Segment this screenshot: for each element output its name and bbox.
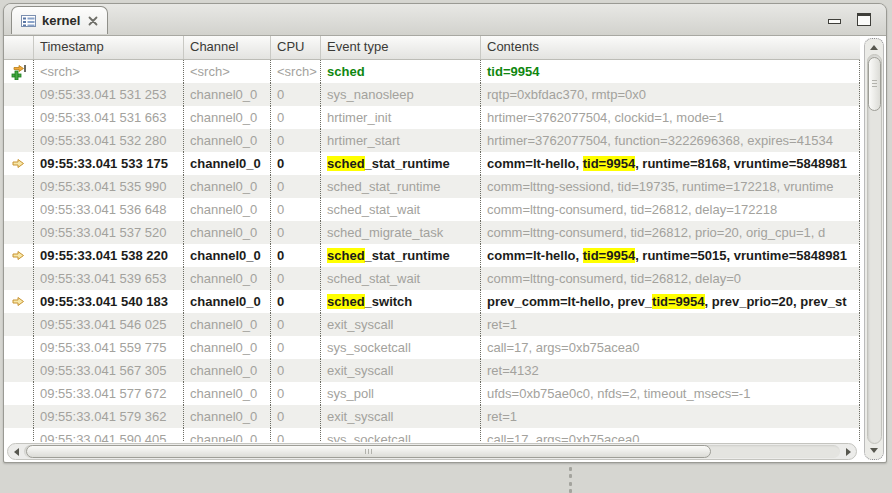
header-contents[interactable]: Contents: [481, 36, 860, 59]
tab-close-button[interactable]: [88, 16, 98, 26]
event-type-cell[interactable]: sched_stat_wait: [321, 198, 481, 221]
contents-cell[interactable]: comm=lttng-consumerd, tid=26812, delay=0: [481, 267, 860, 290]
table-row[interactable]: 09:55:33.041 540 183 channel0_0 0 sched_…: [4, 290, 860, 313]
channel-cell[interactable]: channel0_0: [184, 313, 271, 336]
timestamp-cell[interactable]: 09:55:33.041 590 405: [34, 428, 184, 442]
cpu-cell[interactable]: 0: [271, 152, 321, 175]
table-row[interactable]: 09:55:33.041 559 775 channel0_0 0 sys_so…: [4, 336, 860, 359]
timestamp-cell[interactable]: 09:55:33.041 567 305: [34, 359, 184, 382]
event-type-cell[interactable]: hrtimer_init: [321, 106, 481, 129]
scroll-left-button[interactable]: [8, 445, 24, 458]
cpu-cell[interactable]: 0: [271, 290, 321, 313]
table-row[interactable]: 09:55:33.041 531 253 channel0_0 0 sys_na…: [4, 83, 860, 106]
filter-row[interactable]: <srch> <srch> <srch> sched tid=9954: [4, 60, 860, 83]
scroll-up-button[interactable]: [866, 41, 882, 54]
vertical-scrollbar[interactable]: [864, 38, 884, 460]
table-row[interactable]: 09:55:33.041 537 520 channel0_0 0 sched_…: [4, 221, 860, 244]
table-row[interactable]: 09:55:33.041 531 663 channel0_0 0 hrtime…: [4, 106, 860, 129]
event-type-cell[interactable]: sys_socketcall: [321, 428, 481, 442]
event-type-cell[interactable]: sched_stat_runtime: [321, 175, 481, 198]
contents-cell[interactable]: hrtimer=3762077504, function=3222696368,…: [481, 129, 860, 152]
minimize-button[interactable]: [826, 12, 842, 26]
channel-cell[interactable]: channel0_0: [184, 221, 271, 244]
channel-cell[interactable]: channel0_0: [184, 382, 271, 405]
contents-cell[interactable]: comm=lttng-consumerd, tid=26812, prio=20…: [481, 221, 860, 244]
timestamp-cell[interactable]: 09:55:33.041 546 025: [34, 313, 184, 336]
contents-cell[interactable]: comm=lttng-consumerd, tid=26812, delay=1…: [481, 198, 860, 221]
channel-cell[interactable]: channel0_0: [184, 336, 271, 359]
channel-cell[interactable]: channel0_0: [184, 267, 271, 290]
contents-cell[interactable]: comm=lttng-sessiond, tid=19735, runtime=…: [481, 175, 860, 198]
channel-cell[interactable]: channel0_0: [184, 428, 271, 442]
channel-cell[interactable]: channel0_0: [184, 106, 271, 129]
channel-cell[interactable]: channel0_0: [184, 405, 271, 428]
contents-cell[interactable]: ret=4132: [481, 359, 860, 382]
header-cpu[interactable]: CPU: [271, 36, 321, 59]
scroll-right-button[interactable]: [840, 445, 856, 458]
cpu-cell[interactable]: 0: [271, 198, 321, 221]
filter-channel[interactable]: <srch>: [184, 60, 271, 83]
maximize-button[interactable]: [856, 12, 872, 26]
channel-cell[interactable]: channel0_0: [184, 175, 271, 198]
cpu-cell[interactable]: 0: [271, 405, 321, 428]
vertical-scroll-track[interactable]: [867, 54, 882, 444]
scroll-down-button[interactable]: [866, 444, 882, 457]
table-row[interactable]: 09:55:33.041 579 362 channel0_0 0 exit_s…: [4, 405, 860, 428]
horizontal-scrollbar[interactable]: [7, 443, 857, 460]
cpu-cell[interactable]: 0: [271, 83, 321, 106]
event-type-cell[interactable]: sched_migrate_task: [321, 221, 481, 244]
cpu-cell[interactable]: 0: [271, 382, 321, 405]
contents-cell[interactable]: comm=lt-hello, tid=9954, runtime=8168, v…: [481, 152, 860, 175]
table-row[interactable]: 09:55:33.041 538 220 channel0_0 0 sched_…: [4, 244, 860, 267]
channel-cell[interactable]: channel0_0: [184, 198, 271, 221]
filter-cpu[interactable]: <srch>: [271, 60, 321, 83]
timestamp-cell[interactable]: 09:55:33.041 537 520: [34, 221, 184, 244]
event-type-cell[interactable]: exit_syscall: [321, 313, 481, 336]
header-timestamp[interactable]: Timestamp: [34, 36, 184, 59]
horizontal-scroll-track[interactable]: [24, 445, 840, 458]
cpu-cell[interactable]: 0: [271, 428, 321, 442]
contents-cell[interactable]: prev_comm=lt-hello, prev_tid=9954, prev_…: [481, 290, 860, 313]
cpu-cell[interactable]: 0: [271, 106, 321, 129]
event-type-cell[interactable]: sched_stat_wait: [321, 267, 481, 290]
filter-contents[interactable]: tid=9954: [481, 60, 860, 83]
contents-cell[interactable]: call=17, args=0xb75acea0: [481, 428, 860, 442]
header-channel[interactable]: Channel: [184, 36, 271, 59]
contents-cell[interactable]: comm=lt-hello, tid=9954, runtime=5015, v…: [481, 244, 860, 267]
cpu-cell[interactable]: 0: [271, 336, 321, 359]
event-type-cell[interactable]: sched_stat_runtime: [321, 152, 481, 175]
contents-cell[interactable]: hrtimer=3762077504, clockid=1, mode=1: [481, 106, 860, 129]
timestamp-cell[interactable]: 09:55:33.041 533 175: [34, 152, 184, 175]
channel-cell[interactable]: channel0_0: [184, 83, 271, 106]
table-row[interactable]: 09:55:33.041 567 305 channel0_0 0 exit_s…: [4, 359, 860, 382]
contents-cell[interactable]: ret=1: [481, 405, 860, 428]
horizontal-scroll-thumb[interactable]: [26, 445, 711, 458]
timestamp-cell[interactable]: 09:55:33.041 532 280: [34, 129, 184, 152]
contents-cell[interactable]: call=17, args=0xb75acea0: [481, 336, 860, 359]
channel-cell[interactable]: channel0_0: [184, 290, 271, 313]
table-row[interactable]: 09:55:33.041 533 175 channel0_0 0 sched_…: [4, 152, 860, 175]
table-row[interactable]: 09:55:33.041 532 280 channel0_0 0 hrtime…: [4, 129, 860, 152]
table-row[interactable]: 09:55:33.041 590 405 channel0_0 0 sys_so…: [4, 428, 860, 442]
event-type-cell[interactable]: hrtimer_start: [321, 129, 481, 152]
contents-cell[interactable]: ret=1: [481, 313, 860, 336]
event-type-cell[interactable]: sys_poll: [321, 382, 481, 405]
event-type-cell[interactable]: sched_stat_runtime: [321, 244, 481, 267]
sash-handle[interactable]: [569, 467, 573, 493]
cpu-cell[interactable]: 0: [271, 267, 321, 290]
timestamp-cell[interactable]: 09:55:33.041 539 653: [34, 267, 184, 290]
header-event-type[interactable]: Event type: [321, 36, 481, 59]
cpu-cell[interactable]: 0: [271, 221, 321, 244]
table-row[interactable]: 09:55:33.041 535 990 channel0_0 0 sched_…: [4, 175, 860, 198]
tab-kernel[interactable]: kernel: [11, 6, 108, 34]
timestamp-cell[interactable]: 09:55:33.041 536 648: [34, 198, 184, 221]
table-row[interactable]: 09:55:33.041 577 672 channel0_0 0 sys_po…: [4, 382, 860, 405]
cpu-cell[interactable]: 0: [271, 129, 321, 152]
timestamp-cell[interactable]: 09:55:33.041 579 362: [34, 405, 184, 428]
timestamp-cell[interactable]: 09:55:33.041 540 183: [34, 290, 184, 313]
table-row[interactable]: 09:55:33.041 536 648 channel0_0 0 sched_…: [4, 198, 860, 221]
filter-event-type[interactable]: sched: [321, 60, 481, 83]
filter-timestamp[interactable]: <srch>: [34, 60, 184, 83]
event-type-cell[interactable]: sys_socketcall: [321, 336, 481, 359]
channel-cell[interactable]: channel0_0: [184, 129, 271, 152]
